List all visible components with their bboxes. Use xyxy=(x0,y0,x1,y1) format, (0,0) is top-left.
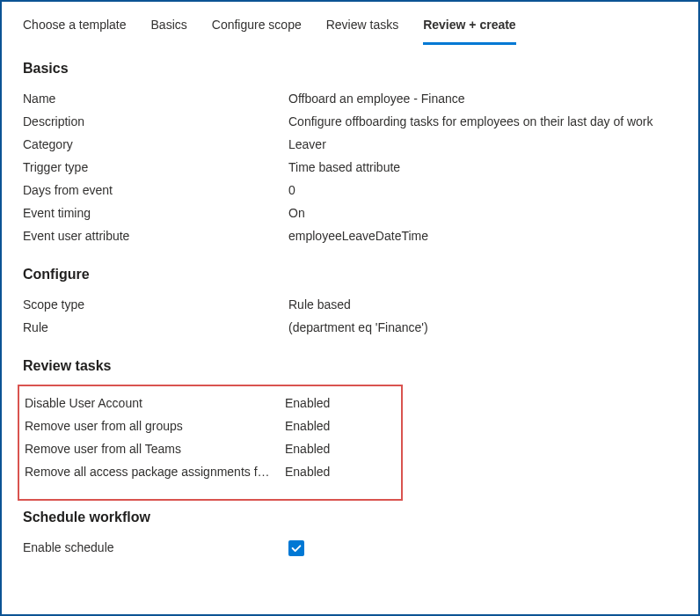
task-row: Remove user from all groups Enabled xyxy=(25,414,396,437)
label-event-timing: Event timing xyxy=(23,206,288,220)
task-name: Remove all access package assignments f… xyxy=(25,465,285,479)
section-title-review-tasks: Review tasks xyxy=(23,358,677,374)
value-scope-type: Rule based xyxy=(288,297,677,312)
section-title-basics: Basics xyxy=(23,61,677,77)
label-name: Name xyxy=(23,92,288,106)
label-event-user-attribute: Event user attribute xyxy=(23,229,288,243)
row-trigger-type: Trigger type Time based attribute xyxy=(23,156,677,179)
task-row: Remove all access package assignments f…… xyxy=(25,460,396,483)
enable-schedule-checkbox[interactable] xyxy=(288,540,304,556)
task-status: Enabled xyxy=(285,419,396,433)
task-status: Enabled xyxy=(285,465,396,479)
checkmark-icon xyxy=(290,542,303,554)
tab-bar: Choose a template Basics Configure scope… xyxy=(2,2,698,45)
row-rule: Rule (department eq 'Finance') xyxy=(23,316,677,339)
section-title-schedule: Schedule workflow xyxy=(23,510,677,525)
tab-review-create[interactable]: Review + create xyxy=(423,12,515,45)
label-category: Category xyxy=(23,137,288,151)
section-title-configure: Configure xyxy=(23,267,677,282)
row-event-timing: Event timing On xyxy=(23,202,677,224)
row-scope-type: Scope type Rule based xyxy=(23,293,677,316)
label-scope-type: Scope type xyxy=(23,297,288,312)
review-tasks-highlight-box: Disable User Account Enabled Remove user… xyxy=(18,385,403,501)
value-enable-schedule xyxy=(288,540,677,557)
label-trigger-type: Trigger type xyxy=(23,160,288,174)
task-status: Enabled xyxy=(285,442,396,456)
tab-basics[interactable]: Basics xyxy=(151,12,187,45)
label-enable-schedule: Enable schedule xyxy=(23,540,288,554)
task-name: Disable User Account xyxy=(25,396,285,410)
value-name: Offboard an employee - Finance xyxy=(288,92,677,106)
task-name: Remove user from all groups xyxy=(25,419,285,433)
value-event-user-attribute: employeeLeaveDateTime xyxy=(288,229,677,243)
task-row: Remove user from all Teams Enabled xyxy=(25,437,396,460)
value-days-from-event: 0 xyxy=(288,183,677,197)
label-description: Description xyxy=(23,114,288,128)
row-enable-schedule: Enable schedule xyxy=(23,536,677,561)
row-description: Description Configure offboarding tasks … xyxy=(23,110,677,133)
label-days-from-event: Days from event xyxy=(23,183,288,197)
label-rule: Rule xyxy=(23,320,288,334)
value-category: Leaver xyxy=(288,137,677,151)
row-category: Category Leaver xyxy=(23,133,677,156)
value-trigger-type: Time based attribute xyxy=(288,160,677,174)
row-name: Name Offboard an employee - Finance xyxy=(23,87,677,110)
task-name: Remove user from all Teams xyxy=(25,442,285,456)
row-event-user-attribute: Event user attribute employeeLeaveDateTi… xyxy=(23,224,677,247)
task-row: Disable User Account Enabled xyxy=(25,392,396,414)
tab-review-tasks[interactable]: Review tasks xyxy=(326,12,398,45)
task-status: Enabled xyxy=(285,396,396,410)
value-rule: (department eq 'Finance') xyxy=(288,320,677,334)
row-days-from-event: Days from event 0 xyxy=(23,179,677,202)
content-area: Basics Name Offboard an employee - Finan… xyxy=(2,45,698,561)
value-event-timing: On xyxy=(288,206,677,220)
tab-configure-scope[interactable]: Configure scope xyxy=(212,12,302,45)
value-description: Configure offboarding tasks for employee… xyxy=(288,114,677,128)
tab-choose-template[interactable]: Choose a template xyxy=(23,12,127,45)
